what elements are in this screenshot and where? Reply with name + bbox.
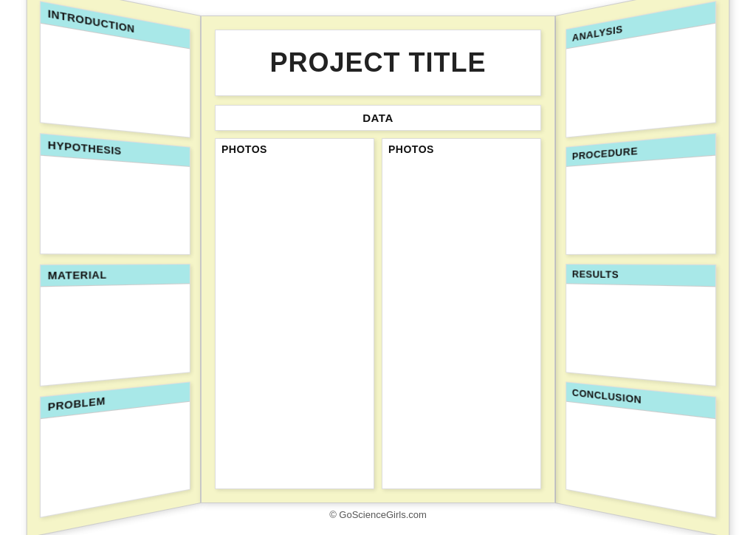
photos-row: PHOTOS PHOTOS xyxy=(215,138,541,489)
center-panel: PROJECT TITLE DATA PHOTOS PHOTOS xyxy=(201,16,555,503)
material-label: MATERIAL xyxy=(41,265,190,287)
project-title-card: PROJECT TITLE xyxy=(215,30,541,96)
footer: © GoScienceGirls.com xyxy=(329,509,427,520)
hypothesis-section: HYPOTHESIS xyxy=(40,132,190,254)
copyright-text: © GoScienceGirls.com xyxy=(329,509,427,520)
photo-label-right: PHOTOS xyxy=(382,139,540,160)
photo-body-left xyxy=(216,160,374,488)
photo-body-right xyxy=(382,160,540,488)
results-label: RESULTS xyxy=(566,265,715,287)
procedure-section: PROCEDURE xyxy=(566,132,716,254)
science-fair-board: INTRODUCTION HYPOTHESIS MATERIAL PROBLEM… xyxy=(24,16,732,503)
data-section: DATA PHOTOS PHOTOS xyxy=(215,105,541,489)
photo-label-left: PHOTOS xyxy=(216,139,374,160)
results-body xyxy=(566,284,715,385)
analysis-section: ANALYSIS xyxy=(566,1,716,137)
right-panel: ANALYSIS PROCEDURE RESULTS CONCLUSION xyxy=(555,0,729,535)
conclusion-body xyxy=(566,401,715,517)
material-section: MATERIAL xyxy=(40,264,190,386)
procedure-body xyxy=(566,155,715,254)
project-title: PROJECT TITLE xyxy=(269,47,486,78)
results-section: RESULTS xyxy=(566,264,716,386)
problem-body xyxy=(41,401,190,517)
left-panel: INTRODUCTION HYPOTHESIS MATERIAL PROBLEM xyxy=(27,0,201,535)
photo-card-right: PHOTOS xyxy=(382,138,541,489)
data-label: DATA xyxy=(215,105,541,131)
material-body xyxy=(41,284,190,385)
conclusion-section: CONCLUSION xyxy=(566,381,716,517)
problem-section: PROBLEM xyxy=(40,381,190,517)
introduction-section: INTRODUCTION xyxy=(40,1,190,137)
photo-card-left: PHOTOS xyxy=(215,138,374,489)
hypothesis-body xyxy=(41,155,190,254)
